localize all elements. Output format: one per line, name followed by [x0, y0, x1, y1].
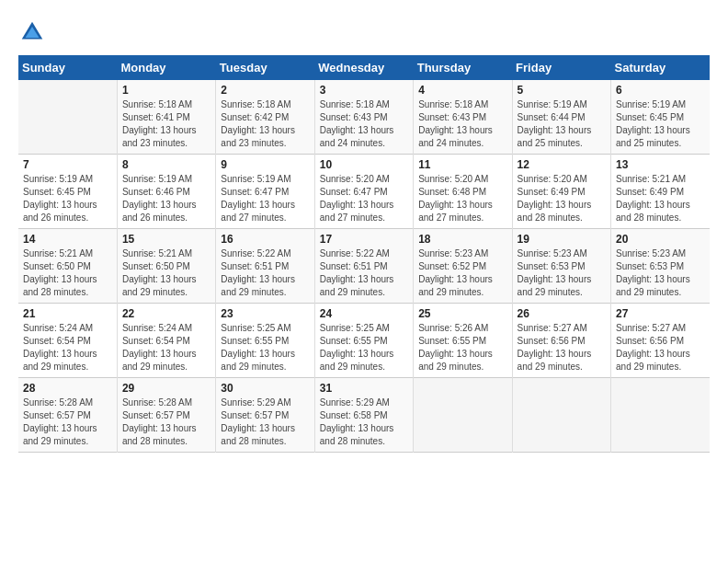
- calendar-week-row: 21Sunrise: 5:24 AMSunset: 6:54 PMDayligh…: [18, 304, 710, 378]
- calendar-cell: 2Sunrise: 5:18 AMSunset: 6:42 PMDaylight…: [216, 80, 314, 155]
- day-number: 7: [23, 158, 112, 171]
- calendar-cell: 4Sunrise: 5:18 AMSunset: 6:43 PMDaylight…: [414, 80, 512, 155]
- calendar-cell: 16Sunrise: 5:22 AMSunset: 6:51 PMDayligh…: [216, 229, 314, 304]
- weekday-header-thursday: Thursday: [414, 55, 512, 80]
- day-info: Sunrise: 5:20 AMSunset: 6:49 PMDaylight:…: [518, 173, 606, 224]
- calendar-cell: 1Sunrise: 5:18 AMSunset: 6:41 PMDaylight…: [117, 80, 215, 155]
- day-info: Sunrise: 5:18 AMSunset: 6:41 PMDaylight:…: [122, 98, 210, 150]
- page-header: [18, 18, 710, 46]
- weekday-header-wednesday: Wednesday: [314, 55, 413, 80]
- calendar-cell: 10Sunrise: 5:20 AMSunset: 6:47 PMDayligh…: [314, 155, 413, 229]
- calendar-cell: [512, 378, 610, 453]
- day-info: Sunrise: 5:24 AMSunset: 6:54 PMDaylight:…: [122, 322, 210, 373]
- calendar-body: 1Sunrise: 5:18 AMSunset: 6:41 PMDaylight…: [18, 80, 710, 453]
- day-number: 3: [320, 84, 408, 97]
- day-number: 5: [518, 84, 606, 97]
- day-info: Sunrise: 5:22 AMSunset: 6:51 PMDaylight:…: [320, 247, 408, 299]
- calendar-cell: [414, 378, 512, 453]
- calendar-cell: 17Sunrise: 5:22 AMSunset: 6:51 PMDayligh…: [314, 229, 413, 304]
- calendar-cell: 19Sunrise: 5:23 AMSunset: 6:53 PMDayligh…: [512, 229, 610, 304]
- day-number: 16: [221, 233, 309, 246]
- day-info: Sunrise: 5:21 AMSunset: 6:50 PMDaylight:…: [122, 247, 210, 299]
- day-number: 8: [122, 158, 210, 171]
- calendar-week-row: 28Sunrise: 5:28 AMSunset: 6:57 PMDayligh…: [18, 378, 710, 453]
- day-info: Sunrise: 5:26 AMSunset: 6:55 PMDaylight:…: [418, 322, 506, 373]
- day-number: 14: [23, 233, 112, 246]
- day-info: Sunrise: 5:19 AMSunset: 6:46 PMDaylight:…: [122, 173, 210, 224]
- calendar-cell: 15Sunrise: 5:21 AMSunset: 6:50 PMDayligh…: [117, 229, 215, 304]
- day-info: Sunrise: 5:25 AMSunset: 6:55 PMDaylight:…: [320, 322, 408, 373]
- day-info: Sunrise: 5:27 AMSunset: 6:56 PMDaylight:…: [616, 322, 705, 373]
- day-info: Sunrise: 5:21 AMSunset: 6:49 PMDaylight:…: [616, 173, 705, 224]
- weekday-header-sunday: Sunday: [18, 55, 117, 80]
- calendar-cell: 27Sunrise: 5:27 AMSunset: 6:56 PMDayligh…: [611, 304, 710, 378]
- day-number: 13: [616, 158, 705, 171]
- day-info: Sunrise: 5:19 AMSunset: 6:44 PMDaylight:…: [518, 98, 606, 150]
- weekday-header-friday: Friday: [512, 55, 610, 80]
- calendar-cell: 13Sunrise: 5:21 AMSunset: 6:49 PMDayligh…: [611, 155, 710, 229]
- calendar-cell: 24Sunrise: 5:25 AMSunset: 6:55 PMDayligh…: [314, 304, 413, 378]
- calendar-cell: 7Sunrise: 5:19 AMSunset: 6:45 PMDaylight…: [18, 155, 117, 229]
- day-number: 31: [320, 382, 408, 395]
- day-number: 27: [616, 307, 705, 320]
- day-number: 11: [418, 158, 506, 171]
- day-number: 17: [320, 233, 408, 246]
- calendar-cell: 21Sunrise: 5:24 AMSunset: 6:54 PMDayligh…: [18, 304, 117, 378]
- calendar-cell: 8Sunrise: 5:19 AMSunset: 6:46 PMDaylight…: [117, 155, 215, 229]
- logo: [18, 18, 50, 46]
- calendar-cell: 9Sunrise: 5:19 AMSunset: 6:47 PMDaylight…: [216, 155, 314, 229]
- weekday-header-monday: Monday: [117, 55, 215, 80]
- day-info: Sunrise: 5:18 AMSunset: 6:43 PMDaylight:…: [320, 98, 408, 150]
- day-info: Sunrise: 5:19 AMSunset: 6:45 PMDaylight:…: [23, 173, 112, 224]
- day-number: 2: [221, 84, 309, 97]
- day-number: 18: [418, 233, 506, 246]
- calendar-cell: 6Sunrise: 5:19 AMSunset: 6:45 PMDaylight…: [611, 80, 710, 155]
- day-number: 28: [23, 382, 112, 395]
- calendar-cell: 23Sunrise: 5:25 AMSunset: 6:55 PMDayligh…: [216, 304, 314, 378]
- calendar-cell: [611, 378, 710, 453]
- day-info: Sunrise: 5:25 AMSunset: 6:55 PMDaylight:…: [221, 322, 309, 373]
- logo-icon: [18, 18, 46, 46]
- day-number: 29: [122, 382, 210, 395]
- day-number: 19: [518, 233, 606, 246]
- calendar-cell: 28Sunrise: 5:28 AMSunset: 6:57 PMDayligh…: [18, 378, 117, 453]
- calendar-cell: 18Sunrise: 5:23 AMSunset: 6:52 PMDayligh…: [414, 229, 512, 304]
- day-info: Sunrise: 5:19 AMSunset: 6:45 PMDaylight:…: [616, 98, 705, 150]
- day-number: 9: [221, 158, 309, 171]
- day-number: 10: [320, 158, 408, 171]
- calendar-cell: 12Sunrise: 5:20 AMSunset: 6:49 PMDayligh…: [512, 155, 610, 229]
- day-info: Sunrise: 5:20 AMSunset: 6:47 PMDaylight:…: [320, 173, 408, 224]
- calendar-week-row: 1Sunrise: 5:18 AMSunset: 6:41 PMDaylight…: [18, 80, 710, 155]
- day-info: Sunrise: 5:28 AMSunset: 6:57 PMDaylight:…: [23, 396, 112, 448]
- day-info: Sunrise: 5:18 AMSunset: 6:43 PMDaylight:…: [418, 98, 506, 150]
- day-info: Sunrise: 5:28 AMSunset: 6:57 PMDaylight:…: [122, 396, 210, 448]
- calendar-table: SundayMondayTuesdayWednesdayThursdayFrid…: [18, 55, 710, 453]
- calendar-cell: 14Sunrise: 5:21 AMSunset: 6:50 PMDayligh…: [18, 229, 117, 304]
- day-number: 23: [221, 307, 309, 320]
- calendar-week-row: 14Sunrise: 5:21 AMSunset: 6:50 PMDayligh…: [18, 229, 710, 304]
- calendar-cell: 25Sunrise: 5:26 AMSunset: 6:55 PMDayligh…: [414, 304, 512, 378]
- day-number: 12: [518, 158, 606, 171]
- day-info: Sunrise: 5:27 AMSunset: 6:56 PMDaylight:…: [518, 322, 606, 373]
- day-info: Sunrise: 5:29 AMSunset: 6:57 PMDaylight:…: [221, 396, 309, 448]
- day-number: 22: [122, 307, 210, 320]
- day-info: Sunrise: 5:29 AMSunset: 6:58 PMDaylight:…: [320, 396, 408, 448]
- day-info: Sunrise: 5:19 AMSunset: 6:47 PMDaylight:…: [221, 173, 309, 224]
- calendar-cell: 31Sunrise: 5:29 AMSunset: 6:58 PMDayligh…: [314, 378, 413, 453]
- day-info: Sunrise: 5:24 AMSunset: 6:54 PMDaylight:…: [23, 322, 112, 373]
- day-info: Sunrise: 5:18 AMSunset: 6:42 PMDaylight:…: [221, 98, 309, 150]
- day-info: Sunrise: 5:21 AMSunset: 6:50 PMDaylight:…: [23, 247, 112, 299]
- day-number: 4: [418, 84, 506, 97]
- day-number: 21: [23, 307, 112, 320]
- calendar-cell: [18, 80, 117, 155]
- day-number: 25: [418, 307, 506, 320]
- calendar-header: SundayMondayTuesdayWednesdayThursdayFrid…: [18, 55, 710, 80]
- day-info: Sunrise: 5:23 AMSunset: 6:53 PMDaylight:…: [518, 247, 606, 299]
- weekday-row: SundayMondayTuesdayWednesdayThursdayFrid…: [18, 55, 710, 80]
- weekday-header-tuesday: Tuesday: [216, 55, 314, 80]
- calendar-cell: 11Sunrise: 5:20 AMSunset: 6:48 PMDayligh…: [414, 155, 512, 229]
- day-number: 1: [122, 84, 210, 97]
- day-number: 30: [221, 382, 309, 395]
- calendar-cell: 3Sunrise: 5:18 AMSunset: 6:43 PMDaylight…: [314, 80, 413, 155]
- day-info: Sunrise: 5:23 AMSunset: 6:52 PMDaylight:…: [418, 247, 506, 299]
